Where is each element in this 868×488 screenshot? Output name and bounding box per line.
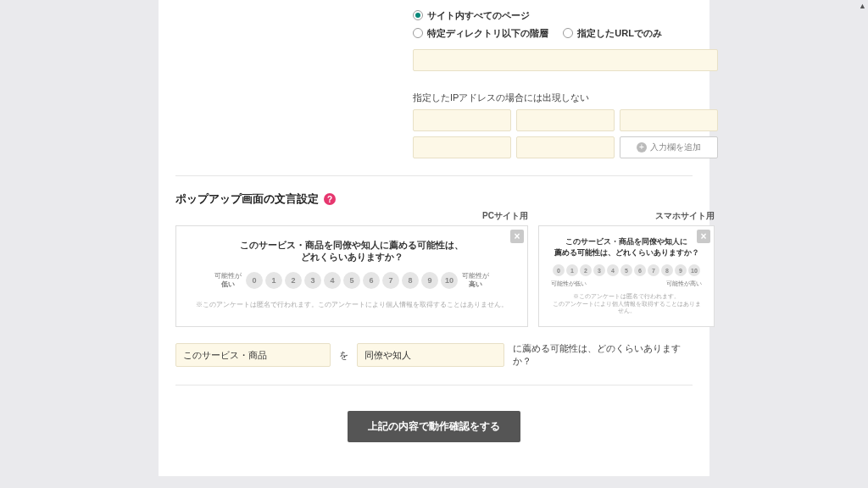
sp-scale-high: 可能性が高い <box>666 280 702 288</box>
scroll-up-icon: ▲ <box>859 2 866 10</box>
close-icon[interactable]: × <box>697 230 710 243</box>
ip-exclude-label: 指定したIPアドレスの場合には出現しない <box>413 92 693 104</box>
score-3[interactable]: 3 <box>304 272 321 289</box>
section-title: ポップアップ画面の文言設定 <box>175 191 319 207</box>
sp-score-2[interactable]: 2 <box>580 264 592 276</box>
sp-preview-box: × このサービス・商品を同僚や知人に 薦める可能性は、どれくらいありますか？ 0… <box>538 225 715 327</box>
sp-score-3[interactable]: 3 <box>593 264 605 276</box>
plus-icon: + <box>637 142 647 152</box>
divider <box>175 175 693 176</box>
sp-disclaimer: ※このアンケートは匿名で行われます。 このアンケートにより個人情報を取得すること… <box>551 293 702 314</box>
sp-score-10[interactable]: 10 <box>688 264 700 276</box>
pc-preview-box: × このサービス・商品を同僚や知人に薦める可能性は、 どれくらいありますか？ 可… <box>175 225 528 327</box>
pc-disclaimer: ※このアンケートは匿名で行われます。このアンケートにより個人情報を取得することは… <box>188 301 515 309</box>
subject-input[interactable]: このサービス・商品 <box>175 343 331 367</box>
radio-empty-icon <box>563 28 573 38</box>
score-8[interactable]: 8 <box>402 272 419 289</box>
ip-input-4[interactable] <box>413 136 511 158</box>
sp-score-7[interactable]: 7 <box>648 264 659 276</box>
pc-score-row: 可能性が低い 0 1 2 3 4 5 6 7 8 9 10 <box>188 272 515 289</box>
ip-input-3[interactable] <box>620 109 718 131</box>
scale-low-label: 可能性が低い <box>213 272 243 288</box>
pc-question-line2: どれくらいありますか？ <box>301 252 403 262</box>
scope-url-input[interactable] <box>413 49 718 71</box>
particle-wo: を <box>339 349 348 362</box>
radio-empty-icon <box>413 28 423 38</box>
radio-all-pages[interactable]: サイト内すべてのページ <box>413 9 530 22</box>
score-4[interactable]: 4 <box>324 272 341 289</box>
add-ip-field-button[interactable]: + 入力欄を追加 <box>620 136 718 158</box>
scrollbar[interactable]: ▲ <box>858 0 868 488</box>
radio-all-pages-label: サイト内すべてのページ <box>427 9 530 22</box>
sp-score-4[interactable]: 4 <box>607 264 619 276</box>
sp-score-9[interactable]: 9 <box>675 264 687 276</box>
help-icon[interactable]: ? <box>324 193 336 205</box>
sp-question-line1: このサービス・商品を同僚や知人に <box>565 237 687 246</box>
add-ip-label: 入力欄を追加 <box>650 141 701 153</box>
scale-high-label: 可能性が高い <box>460 272 491 288</box>
radio-dot-icon <box>413 10 423 20</box>
sp-score-1[interactable]: 1 <box>566 264 578 276</box>
ip-input-5[interactable] <box>516 136 615 158</box>
sp-score-6[interactable]: 6 <box>634 264 646 276</box>
score-2[interactable]: 2 <box>285 272 302 289</box>
audience-input[interactable]: 同僚や知人 <box>357 343 504 367</box>
sp-preview-label: スマホサイト用 <box>538 210 715 222</box>
sp-score-5[interactable]: 5 <box>620 264 632 276</box>
confirm-button[interactable]: 上記の内容で動作確認をする <box>348 411 520 442</box>
sp-scale-low: 可能性が低い <box>551 280 587 288</box>
sp-score-row: 0 1 2 3 4 5 6 7 8 9 10 <box>551 264 702 276</box>
sentence-tail: に薦める可能性は、どのくらいありますか？ <box>513 342 693 368</box>
score-1[interactable]: 1 <box>265 272 282 289</box>
score-9[interactable]: 9 <box>421 272 438 289</box>
score-0[interactable]: 0 <box>246 272 263 289</box>
score-6[interactable]: 6 <box>363 272 380 289</box>
radio-only-url[interactable]: 指定したURLでのみ <box>563 27 662 40</box>
pc-question-line1: このサービス・商品を同僚や知人に薦める可能性は、 <box>240 240 464 250</box>
sp-score-8[interactable]: 8 <box>661 264 673 276</box>
score-10[interactable]: 10 <box>441 272 458 289</box>
ip-input-2[interactable] <box>516 109 615 131</box>
score-5[interactable]: 5 <box>343 272 360 289</box>
close-icon[interactable]: × <box>510 230 524 243</box>
radio-under-dir[interactable]: 特定ディレクトリ以下の階層 <box>413 27 548 40</box>
radio-only-url-label: 指定したURLでのみ <box>577 27 662 40</box>
divider <box>175 385 693 385</box>
ip-input-1[interactable] <box>413 109 511 131</box>
score-7[interactable]: 7 <box>382 272 399 289</box>
sp-score-0[interactable]: 0 <box>553 264 565 276</box>
radio-under-dir-label: 特定ディレクトリ以下の階層 <box>427 27 548 40</box>
sp-question-line2: 薦める可能性は、どれくらいありますか？ <box>554 248 699 257</box>
pc-preview-label: PCサイト用 <box>175 210 528 222</box>
